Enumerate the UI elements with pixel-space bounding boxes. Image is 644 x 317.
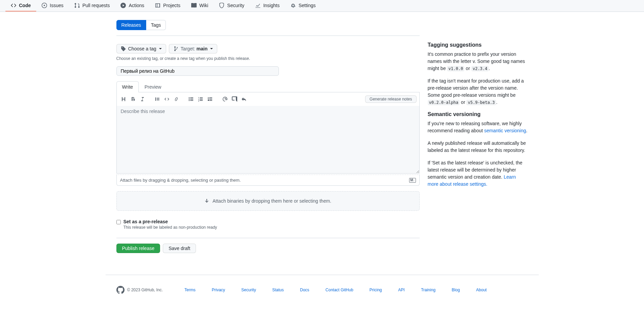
footer-copyright: © 2023 GitHub, Inc.: [127, 288, 163, 292]
pr-icon: [74, 3, 80, 8]
code-icon: [11, 3, 16, 8]
attach-files-hint[interactable]: Attach files by dragging & dropping, sel…: [116, 175, 420, 186]
choose-tag-label: Choose a tag: [128, 46, 156, 51]
nav-label: Projects: [163, 3, 180, 8]
footer-link-blog[interactable]: Blog: [452, 288, 460, 292]
code-button[interactable]: [163, 95, 171, 103]
markdown-toolbar: Generate release notes: [116, 92, 420, 106]
save-draft-button[interactable]: Save draft: [163, 244, 196, 253]
tagging-p1: It's common practice to prefix your vers…: [428, 51, 528, 72]
bold-button[interactable]: [129, 95, 137, 103]
footer-link-privacy[interactable]: Privacy: [212, 288, 225, 292]
markdown-icon[interactable]: M↓: [409, 178, 416, 183]
download-icon: [204, 198, 210, 204]
nav-label: Settings: [298, 3, 316, 8]
italic-button[interactable]: [138, 95, 147, 103]
divider: [116, 238, 420, 238]
nav-actions[interactable]: Actions: [115, 0, 150, 12]
generate-release-notes-button[interactable]: Generate release notes: [365, 95, 416, 103]
prerelease-label: Set as a pre-release: [124, 219, 217, 224]
security-icon: [219, 3, 224, 8]
tag-hint: Choose an existing tag, or create a new …: [116, 56, 420, 61]
footer-link-pricing[interactable]: Pricing: [370, 288, 382, 292]
target-label: Target:: [181, 46, 195, 51]
footer-link-security[interactable]: Security: [241, 288, 256, 292]
editor-tabs: Write Preview: [116, 81, 420, 92]
semver-p2: A newly published release will automatic…: [428, 140, 528, 154]
tag-icon: [121, 46, 126, 51]
footer-link-status[interactable]: Status: [272, 288, 284, 292]
svg-point-3: [188, 100, 190, 101]
footer-link-about[interactable]: About: [476, 288, 487, 292]
quote-button[interactable]: [153, 95, 161, 103]
semver-p1: If you're new to releasing software, we …: [428, 120, 528, 134]
mention-button[interactable]: [221, 95, 229, 103]
footer-link-api[interactable]: API: [398, 288, 405, 292]
attach-binaries-dropzone[interactable]: Attach binaries by dropping them here or…: [116, 191, 420, 211]
publish-release-button[interactable]: Publish release: [116, 244, 160, 253]
attach-hint-text: Attach files by dragging & dropping, sel…: [120, 178, 241, 183]
insights-icon: [255, 3, 261, 8]
nav-insights[interactable]: Insights: [250, 0, 285, 12]
projects-icon: [155, 3, 160, 8]
semver-link[interactable]: semantic versioning: [484, 128, 526, 133]
link-button[interactable]: [172, 95, 180, 103]
nav-settings[interactable]: Settings: [285, 0, 321, 12]
releases-tags-subnav: Releases Tags: [116, 20, 420, 36]
caret-icon: [210, 48, 213, 49]
target-branch-dropdown[interactable]: Target: main: [169, 44, 218, 53]
footer-link-terms[interactable]: Terms: [184, 288, 196, 292]
reference-button[interactable]: [230, 95, 239, 103]
wiki-icon: [191, 3, 197, 8]
github-logo-icon: [116, 286, 125, 294]
settings-icon: [290, 3, 296, 8]
semver-heading: Semantic versioning: [428, 111, 528, 117]
nav-pull-requests[interactable]: Pull requests: [69, 0, 115, 12]
footer-link-docs[interactable]: Docs: [300, 288, 309, 292]
release-title-input[interactable]: [116, 66, 279, 76]
site-footer: © 2023 GitHub, Inc. Terms Privacy Securi…: [106, 275, 539, 310]
nav-label: Security: [227, 3, 244, 8]
suggestions-sidebar: Tagging suggestions It's common practice…: [428, 20, 528, 253]
reply-button[interactable]: [240, 95, 248, 103]
nav-label: Code: [19, 3, 31, 8]
prerelease-checkbox[interactable]: [116, 220, 121, 224]
tab-write[interactable]: Write: [116, 81, 139, 92]
nav-label: Wiki: [199, 3, 208, 8]
prerelease-row: Set as a pre-release This release will b…: [116, 219, 420, 230]
subnav-releases[interactable]: Releases: [116, 20, 146, 30]
branch-icon: [173, 46, 179, 51]
nav-projects[interactable]: Projects: [150, 0, 186, 12]
nav-code[interactable]: Code: [5, 0, 36, 12]
nav-security[interactable]: Security: [214, 0, 250, 12]
footer-link-contact[interactable]: Contact GitHub: [326, 288, 353, 292]
nav-wiki[interactable]: Wiki: [186, 0, 214, 12]
release-description-textarea[interactable]: [116, 106, 420, 174]
nav-label: Issues: [50, 3, 63, 8]
semver-p3: If 'Set as the latest release' is unchec…: [428, 159, 528, 188]
ordered-list-button[interactable]: [197, 95, 205, 103]
svg-point-1: [188, 97, 190, 98]
svg-point-0: [44, 5, 45, 6]
nav-issues[interactable]: Issues: [36, 0, 69, 12]
tagging-suggestions-heading: Tagging suggestions: [428, 42, 528, 48]
actions-icon: [120, 3, 126, 8]
binaries-hint-text: Attach binaries by dropping them here or…: [213, 198, 331, 204]
nav-label: Pull requests: [82, 3, 110, 8]
nav-label: Insights: [263, 3, 280, 8]
repo-nav: Code Issues Pull requests Actions Projec…: [0, 0, 644, 12]
unordered-list-button[interactable]: [187, 95, 195, 103]
choose-tag-dropdown[interactable]: Choose a tag: [116, 44, 166, 53]
heading-button[interactable]: [119, 95, 128, 103]
svg-point-2: [188, 99, 190, 100]
nav-label: Actions: [129, 3, 144, 8]
caret-icon: [159, 48, 162, 49]
issue-icon: [42, 3, 47, 8]
prerelease-desc: This release will be labeled as non-prod…: [124, 225, 217, 230]
target-branch-name: main: [197, 46, 208, 51]
tab-preview[interactable]: Preview: [139, 81, 167, 92]
tagging-p2: If the tag isn't meant for production us…: [428, 77, 528, 106]
footer-link-training[interactable]: Training: [421, 288, 436, 292]
task-list-button[interactable]: [206, 95, 214, 103]
subnav-tags[interactable]: Tags: [146, 20, 166, 30]
